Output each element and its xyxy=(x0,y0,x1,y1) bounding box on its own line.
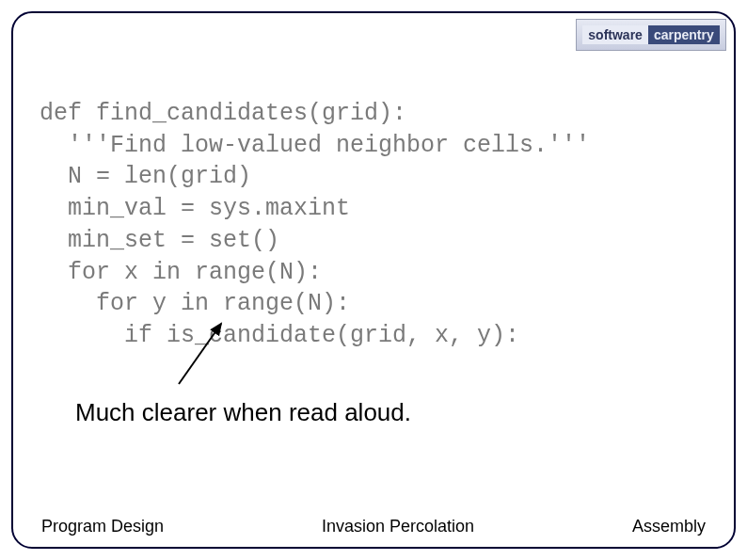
code-line-6: for x in range(N): xyxy=(40,259,322,286)
footer-left: Program Design xyxy=(41,517,164,536)
code-line-2: '''Find low-valued neighbor cells.''' xyxy=(40,132,590,159)
code-line-3: N = len(grid) xyxy=(40,163,251,190)
code-line-7: for y in range(N): xyxy=(40,290,350,317)
software-carpentry-logo: software carpentry xyxy=(576,19,726,51)
footer-right: Assembly xyxy=(632,517,706,536)
code-line-5: min_set = set() xyxy=(40,227,279,254)
slide-footer: Program Design Invasion Percolation Asse… xyxy=(0,517,747,536)
footer-center: Invasion Percolation xyxy=(322,517,474,536)
code-line-8: if is_candidate(grid, x, y): xyxy=(40,322,519,349)
svg-line-1 xyxy=(179,324,221,384)
code-block: def find_candidates(grid): '''Find low-v… xyxy=(40,66,590,352)
pointer-arrow-icon xyxy=(169,316,245,392)
caption-text: Much clearer when read aloud. xyxy=(75,398,411,427)
code-line-4: min_val = sys.maxint xyxy=(40,195,350,222)
logo-left-word: software xyxy=(582,25,648,44)
logo-right-word: carpentry xyxy=(648,25,720,44)
code-line-1: def find_candidates(grid): xyxy=(40,100,406,127)
